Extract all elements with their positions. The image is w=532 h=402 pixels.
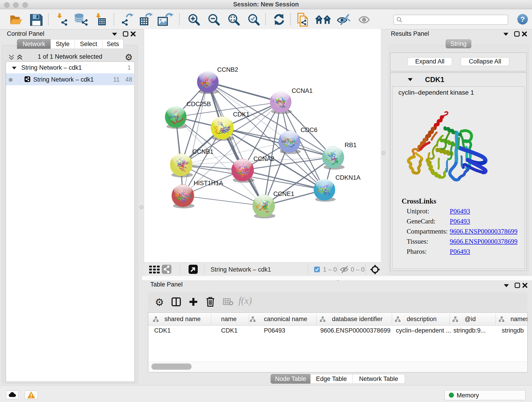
svg-text:CDK1: CDK1 (233, 111, 249, 118)
svg-text:CCNE1: CCNE1 (273, 191, 294, 197)
svg-text:CCNA1: CCNA1 (292, 87, 313, 94)
svg-text:CCNB2: CCNB2 (217, 66, 238, 73)
svg-text:CCNA2: CCNA2 (253, 155, 274, 162)
svg-text:CDC25B: CDC25B (186, 101, 211, 108)
svg-text:CDKN1A: CDKN1A (336, 174, 361, 181)
svg-text:CDC6: CDC6 (301, 127, 317, 133)
svg-text:CCNB1: CCNB1 (192, 148, 214, 155)
svg-text:RB1: RB1 (345, 142, 357, 148)
svg-text:HIST1H1A: HIST1H1A (194, 180, 223, 186)
